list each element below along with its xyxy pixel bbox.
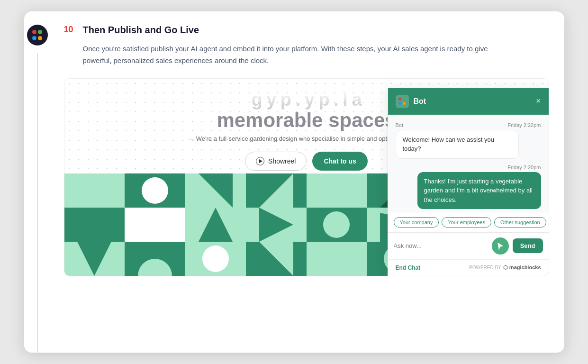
sidebar-line	[37, 53, 38, 353]
logo-dot-blue	[32, 36, 36, 40]
chat-logo-dot-red	[398, 98, 401, 100]
chat-logo-dots	[398, 98, 406, 105]
shape-cell	[64, 242, 125, 276]
shape-cell	[125, 242, 185, 276]
logo-dot-orange	[38, 36, 42, 40]
shape-cell	[125, 208, 185, 242]
logo-dot-red	[32, 30, 36, 34]
shape-cell	[307, 208, 367, 242]
shape-cell	[125, 173, 185, 208]
svg-rect-11	[77, 208, 111, 242]
bot-msg-meta: Bot Friday 2:22pm	[396, 122, 541, 128]
chat-footer: End Chat POWERED BY ⬡ magicblocks	[388, 259, 549, 276]
chat-messages: Bot Friday 2:22pm Welcome! How can we as…	[388, 115, 549, 212]
suggestion-employees[interactable]: Your employees	[442, 217, 491, 228]
magicblocks-brand: ⬡ magicblocks	[503, 264, 541, 271]
step-header: 10 Then Publish and Go Live	[64, 25, 549, 36]
step-title: Then Publish and Go Live	[83, 25, 199, 36]
shape-cell	[246, 242, 307, 276]
end-chat-link[interactable]: End Chat	[396, 264, 421, 271]
logo-dot-green	[38, 30, 42, 34]
chat-header-left: Bot	[396, 95, 426, 108]
chat-widget: Bot × Bot Friday 2:22pm Welcome! How can…	[388, 88, 549, 276]
chat-header: Bot ×	[388, 88, 549, 115]
user-msg-meta: Friday 2:20pm	[396, 164, 541, 170]
logo-dots	[32, 30, 43, 40]
shape-cell	[307, 173, 367, 208]
svg-point-17	[323, 211, 350, 238]
user-message-group: Friday 2:20pm Thanks! I'm just starting …	[396, 164, 541, 209]
svg-point-27	[202, 246, 229, 272]
main-content: 10 Then Publish and Go Live Once you're …	[51, 11, 564, 353]
bot-label: Bot	[396, 122, 404, 128]
user-time: Friday 2:20pm	[507, 164, 541, 170]
shape-cell	[185, 242, 246, 276]
powered-by-label: POWERED BY	[469, 265, 501, 270]
chat-to-us-button[interactable]: Chat to us	[312, 152, 367, 171]
sidebar	[24, 11, 51, 353]
chat-suggestions: Your company Your employees Other sugges…	[388, 212, 549, 232]
showreel-button[interactable]: Showreel	[245, 152, 307, 171]
chat-logo-dot-blue	[398, 102, 401, 105]
main-card: 10 Then Publish and Go Live Once you're …	[24, 11, 564, 353]
step-description: Once you're satisfied publish your AI ag…	[83, 43, 509, 67]
powered-by: POWERED BY ⬡ magicblocks	[469, 264, 541, 271]
logo	[27, 25, 48, 46]
cursor-indicator	[492, 237, 509, 255]
chat-input-area: Send	[388, 232, 549, 259]
play-triangle	[259, 159, 262, 163]
send-button[interactable]: Send	[513, 238, 543, 253]
shape-cell	[246, 208, 307, 242]
svg-rect-30	[319, 242, 353, 276]
chat-input[interactable]	[394, 242, 488, 249]
user-message-bubble: Thanks! I'm just starting a vegetable ga…	[417, 172, 541, 209]
shape-cell	[307, 242, 367, 276]
bot-time: Friday 2:22pm	[507, 122, 541, 128]
suggestion-other[interactable]: Other suggestion	[494, 217, 546, 228]
svg-point-1	[142, 177, 168, 204]
chat-logo-dot-green	[403, 98, 406, 100]
bot-message-bubble: Welcome! How can we assist you today?	[396, 130, 519, 159]
shape-cell	[185, 173, 246, 208]
chat-logo	[396, 95, 409, 108]
shape-cell	[64, 208, 125, 242]
play-icon	[256, 157, 264, 165]
chat-title: Bot	[414, 97, 426, 106]
shape-cell	[246, 173, 307, 208]
step-number: 10	[64, 25, 77, 35]
shape-cell	[185, 208, 246, 242]
chat-logo-dot-orange	[403, 102, 406, 105]
preview-wrapper: g y p . y p . l a memorable spaces — We'…	[64, 78, 549, 276]
shape-cell	[64, 173, 125, 208]
close-icon[interactable]: ×	[536, 96, 541, 106]
bot-message-group: Bot Friday 2:22pm Welcome! How can we as…	[396, 122, 541, 159]
suggestion-company[interactable]: Your company	[394, 217, 439, 228]
